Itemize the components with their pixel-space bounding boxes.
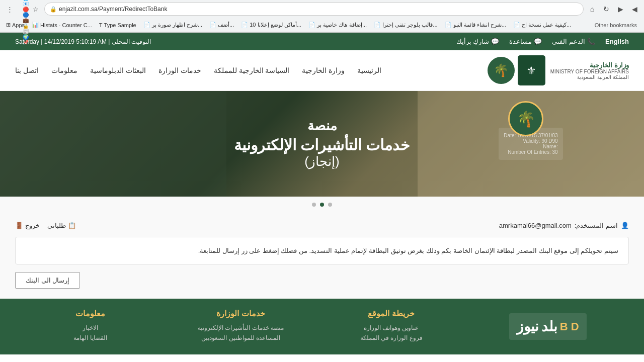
bm7-label: قالب بلوجر تقني إحترا... <box>382 22 437 28</box>
user-icon: 👤 <box>621 222 629 229</box>
hero-content: منصة خدمات التأشيرات الإلكترونية (إنجاز) <box>234 118 411 169</box>
footer-item-visa-platform[interactable]: منصة خدمات التأشيرات الإلكترونية <box>173 324 308 331</box>
share-label: شاركِ برأيك <box>456 38 490 45</box>
bookmark-4[interactable]: 📄 أضف... <box>207 21 236 29</box>
address-bar[interactable]: 🔒 enjazit.com.sa/Payment/RedirectToBank <box>44 3 584 16</box>
bm4-label: أضف... <box>218 22 234 28</box>
bookmark-histats-label: Histats - Counter C... <box>40 22 92 28</box>
user-label: اسم المستخدم: <box>575 222 618 229</box>
bm5-icon: 📄 <box>241 22 248 28</box>
time-label: التوقيت المحلي <box>112 38 151 45</box>
support-icon: 📞 <box>587 38 595 45</box>
footer-logo-bd: B D <box>560 320 579 333</box>
back-button[interactable]: ◀ <box>629 4 640 15</box>
ministry-emblem: ⚜ <box>518 55 545 85</box>
bm8-icon: 📄 <box>445 22 452 28</box>
browser-chrome: ◀ ▶ ↻ ⌂ 🔒 enjazit.com.sa/Payment/Redirec… <box>0 0 644 33</box>
help-icon: 💬 <box>534 38 542 45</box>
hero-title-top: منصة <box>234 118 411 134</box>
support-label: الدعم الفني <box>552 38 585 45</box>
nav-item-services[interactable]: خدمات الوزارة <box>158 66 201 75</box>
footer-col-info-title: معلومات <box>23 309 158 318</box>
bookmark-apps-label: Apps <box>12 22 25 28</box>
time-separator: | <box>107 38 110 45</box>
browser-toolbar: ◀ ▶ ↻ ⌂ 🔒 enjazit.com.sa/Payment/Redirec… <box>0 0 644 18</box>
dot-nav <box>0 197 644 212</box>
bookmark-type-sample[interactable]: T Type Sample <box>97 21 138 29</box>
requests-icon: 📋 <box>68 222 76 229</box>
footer-item-important-issues[interactable]: القضايا الهامة <box>23 334 158 341</box>
bookmark-7[interactable]: 📄 قالب بلوجر تقني إحترا... <box>372 21 439 29</box>
home-button[interactable]: ⌂ <box>587 4 598 15</box>
help-link[interactable]: 💬 مساعدة <box>509 38 542 45</box>
nav-logo-text: وزارة الخارجية MINISTRY OF FOREIGN AFFAI… <box>550 61 629 80</box>
bookmark-8[interactable]: 📄 شرح انشاء قائمة التبو... <box>443 21 508 29</box>
bookmark-type-sample-label: Type Sample <box>104 22 136 28</box>
site-footer: B D بلد نيوز خريطة الموقع عناوين وهواتف … <box>0 299 644 354</box>
extension-icons: 🔑 📊 ✉ 🔧 ★ 🔗 🌐 📧 🔴 🔵 💼 🔒 📰 🌍 📌 » <box>17 4 28 15</box>
nav-item-home[interactable]: الرئيسية <box>357 66 381 75</box>
reload-button[interactable]: ↻ <box>601 4 612 15</box>
nav-links: الرئيسية وزارة الخارجية السياسة الخارجية… <box>15 66 381 75</box>
site-header: English 📞 الدعم الفني 💬 مساعدة 💬 شاركِ ب… <box>0 33 644 50</box>
my-requests-link[interactable]: 📋 طلباتي <box>47 222 76 229</box>
nav-logo: وزارة الخارجية MINISTRY OF FOREIGN AFFAI… <box>488 55 629 85</box>
hero-title-paren: (إنجاز) <box>234 154 411 169</box>
share-icon: 💬 <box>491 38 499 45</box>
footer-item-addresses[interactable]: عناوين وهواتف الوزارة <box>324 324 459 331</box>
bookmark-3[interactable]: 📄 شرح اظهار صورة بر... <box>141 21 204 29</box>
share-link[interactable]: 💬 شاركِ برأيك <box>456 38 500 45</box>
footer-col-site-map-title: خريطة الموقع <box>324 309 459 318</box>
nav-item-contact[interactable]: اتصل بنا <box>15 66 39 75</box>
bm9-icon: 📄 <box>513 22 520 28</box>
footer-logo-col: B D بلد نيوز <box>466 309 629 344</box>
hero-title-main: خدمات التأشيرات الإلكترونية <box>234 136 411 154</box>
nav-item-info[interactable]: معلومات <box>51 66 77 75</box>
bm9-label: كيفية عمل نسخة اح... <box>522 22 571 28</box>
footer-item-news[interactable]: الاخبار <box>23 324 158 331</box>
bm7-icon: 📄 <box>374 22 381 28</box>
lock-icon: 🔒 <box>50 6 57 13</box>
other-bookmarks[interactable]: Other bookmarks <box>592 21 640 29</box>
header-top-left: English 📞 الدعم الفني 💬 مساعدة 💬 شاركِ ب… <box>456 38 629 45</box>
send-btn-container: إرسال الى البنك <box>15 272 629 289</box>
star-icon[interactable]: ☆ <box>30 4 41 15</box>
info-message: سيتم تحويلكم إلى موقع البنك المصدر لبطاق… <box>15 237 629 264</box>
footer-col-services-title: خدمات الوزارة <box>173 309 308 318</box>
menu-icon[interactable]: ⋮ <box>4 4 15 15</box>
user-email: amrkamal66@gmail.com <box>499 222 572 229</box>
footer-item-branches[interactable]: فروع الوزارة في المملكة <box>324 334 459 341</box>
nav-item-ministry[interactable]: وزارة الخارجية <box>302 66 345 75</box>
bm6-icon: 📄 <box>308 22 315 28</box>
bookmark-5[interactable]: 📄 10 أماكن لوضع إعلانا... <box>239 21 303 29</box>
datetime-value: Saturday | 14/12/2019 5:10:19 AM <box>15 38 107 45</box>
bookmark-histats[interactable]: 📊 Histats - Counter C... <box>30 21 94 29</box>
header-top: English 📞 الدعم الفني 💬 مساعدة 💬 شاركِ ب… <box>0 33 644 50</box>
footer-col-services: خدمات الوزارة منصة خدمات التأشيرات الإلك… <box>166 309 316 344</box>
logo-en-text: MINISTRY OF FOREIGN AFFAIRS <box>550 69 629 74</box>
language-link[interactable]: English <box>605 38 629 45</box>
help-label: مساعدة <box>509 38 532 45</box>
logo-ar-text: وزارة الخارجية <box>550 61 629 69</box>
saudi-emblem: 🌴 <box>488 55 515 85</box>
bm6-label: إضافة هاك خاصية بر... <box>317 22 367 28</box>
histats-icon: 📊 <box>32 22 39 28</box>
apps-icon: ⊞ <box>6 22 11 28</box>
nav-item-missions[interactable]: البعثات الدبلوماسية <box>90 66 146 75</box>
forward-button[interactable]: ▶ <box>615 4 626 15</box>
svg-text:🌴: 🌴 <box>494 63 509 77</box>
support-link[interactable]: 📞 الدعم الفني <box>552 38 595 45</box>
bookmark-6[interactable]: 📄 إضافة هاك خاصية بر... <box>306 21 369 29</box>
nav-item-policy[interactable]: السياسة الخارجية للمملكة <box>214 66 290 75</box>
logout-icon: 🚪 <box>15 222 23 229</box>
logout-link[interactable]: خروج 🚪 <box>15 222 40 229</box>
bookmarks-bar: ⊞ Apps 📊 Histats - Counter C... T Type S… <box>0 18 644 32</box>
header-time: التوقيت المحلي | Saturday | 14/12/2019 5… <box>15 38 151 45</box>
user-bar: 👤 اسم المستخدم: amrkamal66@gmail.com 📋 ط… <box>15 222 629 229</box>
footer-item-citizen-help[interactable]: المساعدة للمواطنين السعوديين <box>173 334 308 341</box>
svg-text:⚜: ⚜ <box>526 64 536 77</box>
bookmark-apps[interactable]: ⊞ Apps <box>4 21 27 29</box>
send-to-bank-button[interactable]: إرسال الى البنك <box>15 272 80 289</box>
bookmark-9[interactable]: 📄 كيفية عمل نسخة اح... <box>511 21 573 29</box>
footer-logo: B D بلد نيوز <box>509 313 587 340</box>
